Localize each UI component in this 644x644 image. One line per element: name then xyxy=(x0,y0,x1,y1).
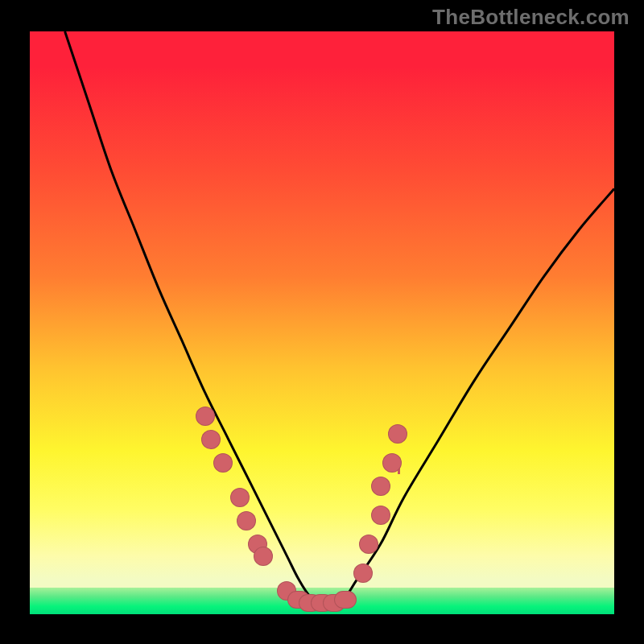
marker-dot xyxy=(371,506,390,525)
marker-dot xyxy=(213,453,233,473)
bottleneck-curve-svg xyxy=(30,31,614,614)
marker-dot xyxy=(334,591,357,609)
marker-dot xyxy=(230,488,250,507)
marker-dot xyxy=(201,430,221,449)
marker-dot xyxy=(237,511,256,530)
plot-area xyxy=(30,31,614,614)
bottleneck-curve-path xyxy=(65,31,614,603)
chart-stage: TheBottleneck.com xyxy=(0,0,644,644)
marker-dot xyxy=(359,535,378,554)
marker-dot xyxy=(254,547,273,566)
marker-dot xyxy=(353,564,373,583)
watermark-text: TheBottleneck.com xyxy=(432,5,630,30)
marker-dot xyxy=(196,407,215,426)
marker-dot xyxy=(382,453,402,473)
marker-dot xyxy=(388,424,407,444)
marker-dot xyxy=(371,477,390,496)
